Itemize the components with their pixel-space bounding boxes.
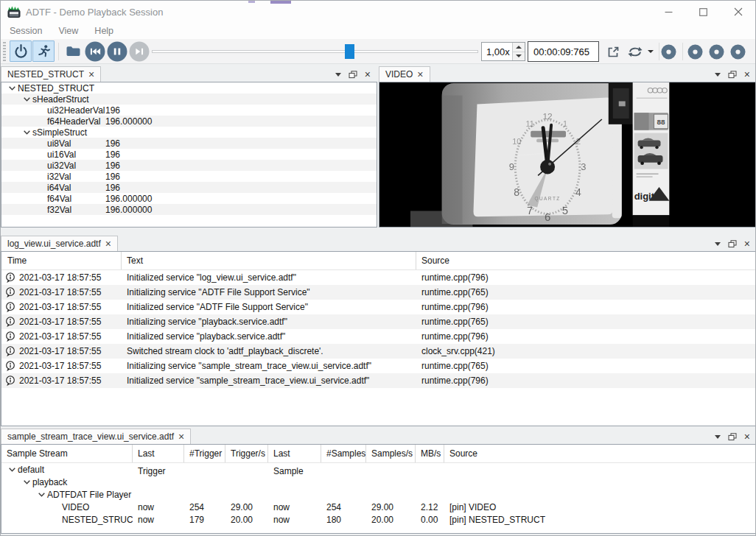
toolbar-separator [58,43,59,60]
tree-row[interactable]: f64HeaderVal 196.000000 [1,116,377,127]
stream-row[interactable]: VIDEO now 254 29.00 now 254 29.00 2.12 [… [1,501,756,513]
tree-row[interactable]: sSimpleStruct [1,127,377,138]
tab-close-icon[interactable]: × [88,70,94,79]
dock-float-icon[interactable] [728,240,737,248]
column-header-time[interactable]: Time [1,252,122,269]
tree-row[interactable]: NESTED_STRUCT [1,82,377,94]
tree-row[interactable]: ui32Val 196 [1,160,377,171]
tree-row[interactable]: ui16Val 196 [1,149,377,160]
playback-position-slider[interactable] [152,41,478,62]
tab-close-icon[interactable]: × [417,70,423,79]
record-button-2[interactable] [687,44,703,60]
speed-increase-button[interactable] [513,43,525,52]
chevron-down-icon[interactable] [21,130,32,135]
menu-item[interactable]: Help [87,23,121,39]
loop-mode-button[interactable] [625,42,656,61]
column-header-trigger-per-s[interactable]: Trigger/s [225,445,268,462]
tree-row[interactable]: f64Val 196.000000 [1,193,377,204]
log-source: runtime.cpp(796) [416,331,756,342]
log-row[interactable]: 2021-03-17 18:57:55 Initializing service… [1,359,756,373]
column-header-mb-per-s[interactable]: MB/s [416,445,444,462]
tab-video[interactable]: VIDEO × [379,66,430,82]
tab-nested-struct[interactable]: NESTED_STRUCT × [1,66,101,82]
chevron-down-icon[interactable] [6,86,18,91]
cell-last-sample: now [268,515,321,525]
log-time: 2021-03-17 18:57:55 [19,287,101,297]
record-button[interactable] [661,44,676,60]
stream-row[interactable]: NESTED_STRUCT now 179 20.00 now 180 20.0… [1,513,756,526]
log-row[interactable]: 2021-03-17 18:57:55 Initialized service … [1,270,756,285]
info-icon [5,272,15,283]
tab-trace-view[interactable]: sample_stream_trace_view.ui_service.adtf… [1,429,191,444]
log-row[interactable]: 2021-03-17 18:57:55 Switched stream cloc… [1,344,756,359]
dock-close-icon[interactable]: × [744,240,750,248]
maximize-button[interactable] [686,1,721,23]
dock-close-icon[interactable]: × [365,71,371,79]
slider-track[interactable] [152,50,478,53]
column-header-samples-per-s[interactable]: Samples/s [366,445,416,462]
tree-item-value: 196.000000 [105,116,152,127]
speed-input[interactable] [482,43,512,60]
stream-row[interactable]: default [1,463,756,476]
shutdown-level-button[interactable] [10,40,32,62]
column-header-last-trigger[interactable]: Last Trigger [133,445,184,462]
playback-time-field[interactable] [528,41,599,62]
jump-to-start-button[interactable] [85,41,105,62]
open-file-button[interactable] [63,40,83,62]
column-header-source[interactable]: Source [444,445,756,462]
record-button-4[interactable] [730,44,746,60]
dock-float-icon[interactable] [349,71,357,79]
column-header-last-sample[interactable]: Last Sample [268,445,321,462]
log-row[interactable]: 2021-03-17 18:57:55 Initializing service… [1,314,756,329]
slider-handle[interactable] [345,44,354,59]
minimize-button[interactable] [651,1,686,23]
toolbar-drag-handle[interactable] [3,42,6,61]
tree-row[interactable]: i64Val 196 [1,182,377,193]
stream-row[interactable]: playback [1,476,756,488]
svg-text:7: 7 [527,205,533,216]
titlebar[interactable]: ADTF - Demo Playback Session [1,1,755,23]
dock-float-icon[interactable] [728,433,737,441]
log-row[interactable]: 2021-03-17 18:57:55 Initialized service … [1,373,756,388]
column-header-sample-stream[interactable]: Sample Stream [1,445,133,462]
detach-window-button[interactable] [603,42,623,61]
log-row[interactable]: 2021-03-17 18:57:55 Initialized service … [1,329,756,344]
tab-close-icon[interactable]: × [178,432,184,441]
stream-row[interactable]: ADTFDAT File Player [1,488,756,501]
dock-float-icon[interactable] [728,71,737,79]
log-row[interactable]: 2021-03-17 18:57:55 Initialized service … [1,300,756,314]
menu-item[interactable]: View [51,23,85,39]
dock-menu-icon[interactable] [715,242,721,246]
dock-close-icon[interactable]: × [744,71,750,79]
running-level-button[interactable] [32,40,55,62]
column-header-num-trigger[interactable]: #Trigger [184,445,225,462]
dock-menu-icon[interactable] [335,73,341,77]
column-header-num-samples[interactable]: #Samples [321,445,366,462]
dock-menu-icon[interactable] [715,435,721,439]
tree-row[interactable]: ui32HeaderVal 196 [1,105,377,116]
speed-decrease-button[interactable] [513,52,525,61]
dock-menu-icon[interactable] [715,73,721,77]
tab-close-icon[interactable]: × [105,239,111,248]
dock-close-icon[interactable]: × [744,433,750,441]
video-panel: VIDEO × × [379,66,756,229]
log-row[interactable]: 2021-03-17 18:57:55 Initializing service… [1,285,756,300]
close-button[interactable] [721,1,755,23]
chevron-down-icon[interactable] [35,493,47,497]
chevron-down-icon[interactable] [6,468,18,472]
tree-row[interactable]: f32Val 196.000000 [1,204,377,215]
log-time: 2021-03-17 18:57:55 [19,302,101,312]
column-header-text[interactable]: Text [122,252,416,269]
tree-row[interactable]: i32Val 196 [1,171,377,182]
tree-row[interactable]: ui8Val 196 [1,138,377,149]
tab-log-view[interactable]: log_view.ui_service.adtf × [1,236,118,251]
stream-name: playback [32,477,67,487]
chevron-down-icon[interactable] [21,480,32,484]
column-header-source[interactable]: Source [416,252,756,269]
record-button-3[interactable] [709,44,724,60]
chevron-down-icon[interactable] [21,97,32,102]
jump-to-end-button[interactable] [129,41,150,62]
pause-button[interactable] [107,41,127,62]
tree-row[interactable]: sHeaderStruct [1,94,377,105]
menu-item[interactable]: Session [2,23,49,39]
